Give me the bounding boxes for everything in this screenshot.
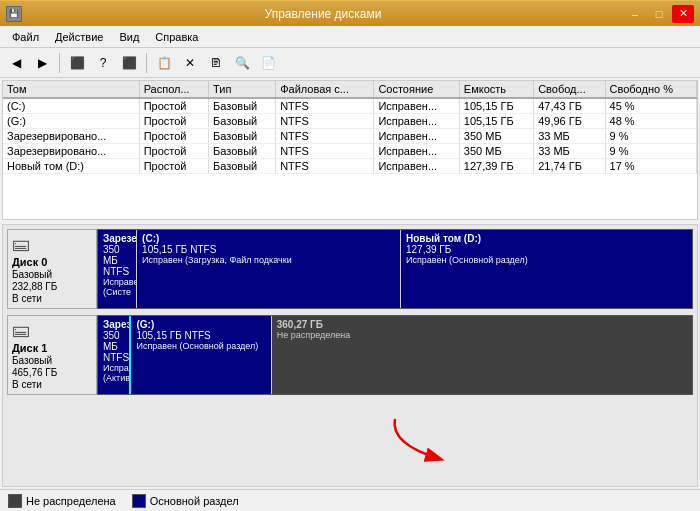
legend-primary-box [132,494,146,508]
col-header-layout[interactable]: Распол... [139,81,208,98]
table-cell: (G:) [3,114,139,129]
table-cell: NTFS [276,98,374,114]
table-cell: Простой [139,144,208,159]
partition-size: 350 МБ NTFS [103,330,125,363]
table-cell: Исправен... [374,129,459,144]
col-header-status[interactable]: Состояние [374,81,459,98]
arrow-svg [385,414,455,464]
table-cell: NTFS [276,159,374,174]
tool-btn-4[interactable]: 🖹 [204,51,228,75]
col-header-capacity[interactable]: Емкость [459,81,533,98]
table-row[interactable]: Зарезервировано...ПростойБазовыйNTFSИспр… [3,144,697,159]
partition-name: (C:) [142,233,395,244]
volumes-table-container[interactable]: Том Распол... Тип Файловая с... Состояни… [2,80,698,220]
legend: Не распределена Основной раздел [0,489,700,511]
partition-360-27---[interactable]: 360,27 ГБ Не распределена [272,316,692,394]
disk-partitions-disk0: Зарезервировано 350 МБ NTFS Исправен (Си… [97,229,693,309]
disk-status: В сети [12,293,92,304]
table-row[interactable]: Новый том (D:)ПростойБазовыйNTFSИсправен… [3,159,697,174]
col-header-freepct[interactable]: Свободно % [605,81,696,98]
menu-bar: ФайлДействиеВидСправка [0,26,700,48]
partition--c--[interactable]: (C:) 105,15 ГБ NTFS Исправен (Загрузка, … [137,230,401,308]
partition----------------[interactable]: Зарезервировано 350 МБ NTFS Исправен (Си… [98,230,137,308]
col-header-free[interactable]: Свобод... [534,81,605,98]
partition-status: Исправен (Систе [103,277,131,297]
table-cell: Простой [139,114,208,129]
table-cell: NTFS [276,114,374,129]
table-cell: Базовый [209,144,276,159]
partition-name: Зарезервировано [103,319,125,330]
disk-name: Диск 0 [12,256,92,268]
menu-item-действие[interactable]: Действие [47,26,111,47]
partition--g--[interactable]: (G:) 105,15 ГБ NTFS Исправен (Основной р… [131,316,271,394]
tool-btn-3[interactable]: 📋 [152,51,176,75]
partition-status: Исправен (Основной раздел) [136,341,265,351]
close-button[interactable]: ✕ [672,5,694,23]
disk-status: В сети [12,379,92,390]
window-controls: – □ ✕ [624,5,694,23]
back-button[interactable]: ◀ [4,51,28,75]
partition-name: 360,27 ГБ [277,319,687,330]
col-header-type[interactable]: Тип [209,81,276,98]
disk-size: 465,76 ГБ [12,367,92,378]
table-cell: Базовый [209,159,276,174]
disk-label-disk0: 🖴 Диск 0 Базовый 232,88 ГБ В сети [7,229,97,309]
forward-button[interactable]: ▶ [30,51,54,75]
menu-item-вид[interactable]: Вид [111,26,147,47]
table-cell: 350 МБ [459,144,533,159]
delete-button[interactable]: ✕ [178,51,202,75]
toolbar-separator-1 [59,53,60,73]
table-row[interactable]: (G:)ПростойБазовыйNTFSИсправен...105,15 … [3,114,697,129]
partition-name: Зарезервировано [103,233,131,244]
tool-btn-5[interactable]: 📄 [256,51,280,75]
maximize-button[interactable]: □ [648,5,670,23]
table-cell: 9 % [605,144,696,159]
table-cell: 49,96 ГБ [534,114,605,129]
tool-btn-1[interactable]: ⬛ [65,51,89,75]
col-header-fs[interactable]: Файловая с... [276,81,374,98]
table-cell: 9 % [605,129,696,144]
table-cell: 47,43 ГБ [534,98,605,114]
table-cell: Зарезервировано... [3,129,139,144]
table-cell: 17 % [605,159,696,174]
disk-map-area[interactable]: 🖴 Диск 0 Базовый 232,88 ГБ В сети Зарезе… [2,224,698,487]
disk-row-disk0: 🖴 Диск 0 Базовый 232,88 ГБ В сети Зарезе… [7,229,693,309]
disk-icon: 🖴 [12,320,92,341]
legend-unalloc-box [8,494,22,508]
partition-size: 105,15 ГБ NTFS [136,330,265,341]
tool-btn-2[interactable]: ⬛ [117,51,141,75]
partition------------d--[interactable]: Новый том (D:) 127,39 ГБ Исправен (Основ… [401,230,692,308]
table-cell: 33 МБ [534,129,605,144]
col-header-volume[interactable]: Том [3,81,139,98]
table-cell: Базовый [209,129,276,144]
partition-status: Исправен (Загрузка, Файл подкачки [142,255,395,265]
volumes-table: Том Распол... Тип Файловая с... Состояни… [3,81,697,174]
table-cell: NTFS [276,129,374,144]
table-cell: NTFS [276,144,374,159]
table-row[interactable]: (C:)ПростойБазовыйNTFSИсправен...105,15 … [3,98,697,114]
legend-unallocated: Не распределена [8,494,116,508]
minimize-button[interactable]: – [624,5,646,23]
menu-item-справка[interactable]: Справка [147,26,206,47]
table-cell: Новый том (D:) [3,159,139,174]
toolbar-separator-2 [146,53,147,73]
disk-row-disk1: 🖴 Диск 1 Базовый 465,76 ГБ В сети Зарезе… [7,315,693,395]
table-cell: 350 МБ [459,129,533,144]
table-cell: 127,39 ГБ [459,159,533,174]
partition-name: (G:) [136,319,265,330]
partition-size: 127,39 ГБ [406,244,687,255]
partition-status: Исправен (Основной раздел) [406,255,687,265]
disk-type: Базовый [12,269,92,280]
table-cell: Базовый [209,98,276,114]
table-row[interactable]: Зарезервировано...ПростойБазовыйNTFSИспр… [3,129,697,144]
search-button[interactable]: 🔍 [230,51,254,75]
menu-item-файл[interactable]: Файл [4,26,47,47]
table-cell: (C:) [3,98,139,114]
disk-partitions-disk1: Зарезервировано 350 МБ NTFS Исправен (Ак… [97,315,693,395]
help-button[interactable]: ? [91,51,115,75]
legend-unalloc-label: Не распределена [26,495,116,507]
table-cell: Исправен... [374,98,459,114]
legend-primary-label: Основной раздел [150,495,239,507]
partition----------------[interactable]: Зарезервировано 350 МБ NTFS Исправен (Ак… [98,316,131,394]
partition-status: Исправен (Актив [103,363,125,383]
